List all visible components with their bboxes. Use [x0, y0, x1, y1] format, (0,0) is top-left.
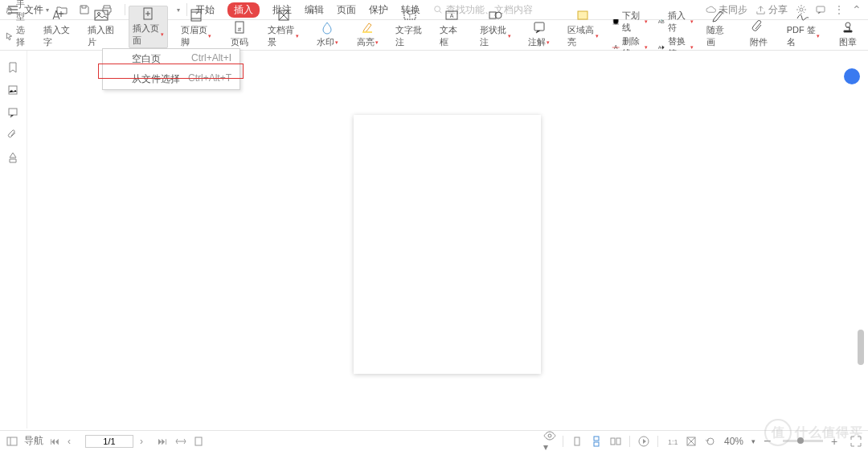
dropdown-arrow-icon: ▾: [161, 31, 164, 38]
note-icon: [531, 20, 547, 35]
fit-icon[interactable]: [686, 436, 697, 447]
svg-rect-30: [594, 442, 599, 446]
dropdown-from-file[interactable]: 从文件选择 Ctrl+Alt+T: [103, 69, 240, 89]
insert-page-icon: [140, 6, 156, 21]
vertical-scrollbar[interactable]: [858, 330, 864, 365]
area-highlight-icon: [575, 8, 591, 23]
page-number-button[interactable]: #页码: [224, 20, 255, 48]
watermark-button[interactable]: 水印▾: [312, 20, 342, 48]
highlight-button[interactable]: 高亮▾: [352, 20, 383, 48]
svg-rect-29: [594, 437, 599, 441]
dropdown-arrow-icon: ▾: [817, 33, 820, 39]
svg-text:#: #: [238, 26, 242, 33]
zoom-dropdown-icon[interactable]: ▾: [751, 437, 755, 445]
document-canvas[interactable]: [27, 51, 868, 430]
comments-panel-icon[interactable]: [7, 107, 20, 120]
stamp-button[interactable]: 图章: [833, 20, 863, 48]
underline-button[interactable]: 下划线▾: [612, 10, 648, 34]
shape-annot-icon: [487, 8, 503, 23]
zoom-level[interactable]: 40%: [724, 436, 743, 447]
attachment-button[interactable]: 附件: [743, 20, 774, 48]
prev-page-icon[interactable]: ‹: [68, 436, 79, 447]
continuous-page-icon[interactable]: [591, 436, 602, 447]
watermark-icon: [319, 20, 335, 35]
dropdown-arrow-icon: ▾: [645, 44, 648, 51]
svg-rect-17: [534, 23, 544, 31]
dropdown-arrow-icon: ▾: [335, 39, 338, 46]
svg-rect-32: [616, 438, 620, 445]
page-1[interactable]: [354, 115, 541, 374]
svg-rect-18: [578, 11, 588, 19]
eye-protection-icon[interactable]: ▾: [543, 430, 555, 452]
stamp-icon: [840, 20, 856, 35]
note-button[interactable]: 注解▾: [524, 20, 555, 48]
header-footer-button[interactable]: 页眉页脚▾: [178, 8, 215, 48]
svg-text:1:1: 1:1: [668, 438, 678, 446]
text-annot-button[interactable]: T文字批注: [392, 8, 427, 48]
insert-text-button[interactable]: 插入文字: [40, 8, 75, 48]
free-draw-button[interactable]: 随意画: [703, 8, 734, 48]
dropdown-arrow-icon: ▾: [508, 33, 511, 39]
svg-rect-31: [611, 438, 615, 445]
pdf-sign-button[interactable]: PDF 签名▾: [784, 8, 823, 48]
svg-rect-28: [575, 437, 579, 445]
single-page-icon[interactable]: [571, 436, 583, 447]
first-page-icon[interactable]: ⏮: [50, 436, 61, 447]
two-page-icon[interactable]: [610, 436, 621, 447]
nav-toggle-icon[interactable]: [6, 436, 18, 447]
hand-icon: [5, 6, 14, 15]
page-number-icon: #: [231, 20, 248, 35]
svg-point-27: [548, 434, 551, 437]
fit-width-icon[interactable]: [175, 436, 186, 447]
text-box-button[interactable]: A文本框: [436, 8, 467, 48]
text-annot-icon: T: [402, 8, 418, 23]
assistant-badge-icon[interactable]: [844, 68, 860, 84]
next-page-icon[interactable]: ›: [140, 436, 151, 447]
shapes-panel-icon[interactable]: [7, 152, 20, 165]
svg-rect-6: [191, 10, 201, 21]
dropdown-from-file-label: 从文件选择: [132, 72, 180, 86]
insert-page-dropdown: 空白页 Ctrl+Alt+I 从文件选择 Ctrl+Alt+T: [102, 48, 240, 90]
select-tool[interactable]: 选择: [5, 24, 32, 48]
image-icon: [93, 8, 109, 23]
svg-rect-10: [362, 31, 372, 33]
paperclip-icon: [751, 20, 767, 35]
last-page-icon[interactable]: ⏭: [158, 436, 169, 447]
svg-point-4: [98, 13, 100, 15]
status-left: 导航 ⏮ ‹ › ⏭: [6, 434, 204, 448]
svg-rect-25: [7, 437, 17, 445]
dropdown-arrow-icon: ▾: [645, 18, 648, 25]
area-highlight-button[interactable]: 区域高亮▾: [564, 8, 602, 48]
insert-image-button[interactable]: 插入图片: [84, 8, 119, 48]
fit-page-icon[interactable]: [193, 436, 204, 447]
insert-char-button[interactable]: AB插入符▾: [657, 10, 694, 34]
play-slideshow-icon[interactable]: [638, 436, 649, 447]
underline-icon: [612, 18, 620, 26]
dropdown-arrow-icon: ▾: [208, 33, 211, 39]
thumbnail-panel-icon[interactable]: [7, 84, 20, 97]
bookmark-panel-icon[interactable]: [7, 62, 20, 75]
dropdown-arrow-icon: ▾: [690, 18, 694, 25]
shape-annot-button[interactable]: 形状批注▾: [477, 8, 514, 48]
ribbon: 手型 选择 插入文字 插入图片 插入页面▾ 页眉页脚▾ #页码 文档背景▾ 水印…: [0, 20, 868, 51]
doc-background-button[interactable]: 文档背景▾: [264, 8, 302, 48]
dropdown-blank-shortcut: Ctrl+Alt+I: [191, 52, 231, 66]
page-number-input[interactable]: [85, 435, 133, 448]
svg-rect-3: [95, 10, 108, 20]
line-tools-group: 下划线▾ A删除线▾: [612, 21, 648, 48]
hand-tool[interactable]: 手型: [5, 0, 32, 23]
insert-page-button[interactable]: 插入页面▾: [129, 6, 168, 48]
svg-text:AB: AB: [657, 19, 664, 24]
arrow-select-icon: [5, 31, 14, 41]
background-icon: [276, 8, 292, 23]
attachments-panel-icon[interactable]: [7, 129, 20, 142]
signature-icon: [795, 8, 811, 23]
actual-size-icon[interactable]: 1:1: [666, 436, 678, 447]
dropdown-from-file-shortcut: Ctrl+Alt+T: [188, 72, 231, 86]
insert-char-icon: AB: [657, 18, 665, 26]
text-box-icon: A: [444, 8, 460, 23]
left-side-panel: [0, 51, 27, 428]
rotate-icon[interactable]: [705, 436, 716, 447]
status-bar: 导航 ⏮ ‹ › ⏭ ▾ 1:1 40% ▾ − +: [0, 430, 868, 451]
dropdown-blank-page[interactable]: 空白页 Ctrl+Alt+I: [103, 49, 240, 69]
